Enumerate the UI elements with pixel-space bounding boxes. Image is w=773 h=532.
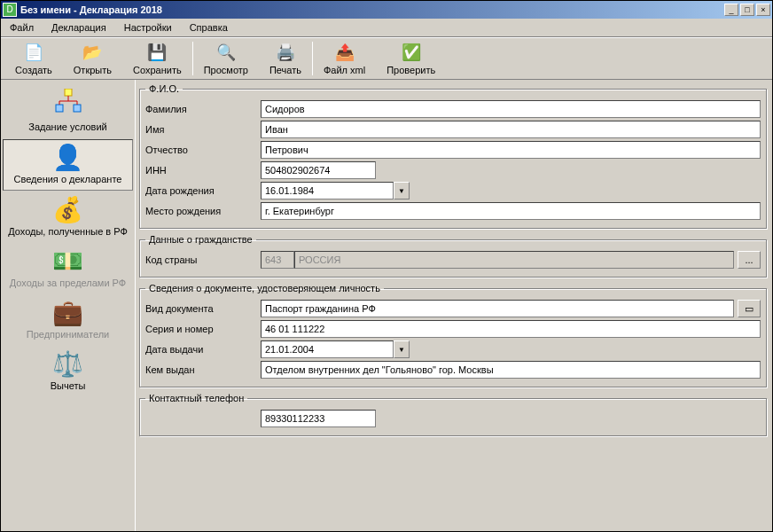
contact-group: Контактный телефон (139, 393, 767, 436)
name-input[interactable] (261, 121, 761, 138)
svg-rect-2 (74, 105, 81, 112)
fio-group: Ф.И.О. Фамилия Имя Отчество ИНН (139, 83, 767, 229)
country-code-input (261, 251, 294, 269)
issued-by-input[interactable] (261, 361, 761, 379)
phone-input[interactable] (261, 410, 376, 427)
calculator-icon: ⚖️ (4, 352, 131, 377)
iddoc-group: Сведения о документе, удостоверяющем лич… (139, 283, 767, 387)
browse-country-button[interactable]: ... (738, 251, 761, 269)
dob-combo[interactable]: ▼ (261, 182, 410, 200)
sidebar-item-declarant[interactable]: 👤 Сведения о декларанте (3, 139, 133, 191)
preview-button[interactable]: 🔍 Просмотр (193, 40, 259, 77)
minimize-button[interactable]: _ (724, 4, 738, 16)
patronymic-label: Отчество (145, 145, 261, 155)
dob-label: Дата рождения (145, 185, 261, 196)
svg-rect-1 (56, 105, 63, 112)
fio-legend: Ф.И.О. (145, 83, 183, 94)
print-button[interactable]: 🖨️ Печать (259, 40, 312, 77)
coins-icon: 💰 (4, 198, 131, 223)
issued-by-label: Кем выдан (145, 364, 261, 375)
sidebar-item-income-rf[interactable]: 💰 Доходы, полученные в РФ (3, 192, 133, 242)
close-button[interactable]: × (756, 4, 770, 16)
series-input[interactable] (261, 320, 761, 338)
window-title: Без имени - Декларация 2018 (20, 4, 722, 15)
citizenship-legend: Данные о гражданстве (145, 234, 256, 245)
dropdown-icon[interactable]: ▼ (394, 340, 410, 358)
patronymic-input[interactable] (261, 141, 761, 159)
new-file-icon: 📄 (23, 42, 44, 63)
money-bag-icon: 💵 (4, 249, 131, 274)
save-icon: 💾 (146, 42, 168, 63)
sidebar-item-income-abroad: 💵 Доходы за пределами РФ (3, 244, 133, 293)
sidebar: Задание условий 👤 Сведения о декларанте … (1, 80, 136, 531)
main-panel: Ф.И.О. Фамилия Имя Отчество ИНН (136, 80, 772, 531)
inn-input[interactable] (261, 161, 376, 179)
citizenship-group: Данные о гражданстве Код страны ... (139, 234, 767, 278)
check-icon: ✅ (401, 42, 422, 63)
doctype-label: Вид документа (145, 303, 261, 314)
series-label: Серия и номер (145, 324, 261, 334)
diagram-icon (4, 89, 131, 118)
export-icon: 📤 (334, 42, 355, 63)
magnifier-icon: 🔍 (215, 42, 237, 63)
menu-help[interactable]: Справка (184, 20, 233, 35)
printer-icon: 🖨️ (275, 42, 296, 63)
menu-settings[interactable]: Настройки (119, 20, 177, 35)
issue-date-label: Дата выдачи (145, 344, 261, 355)
browse-doctype-button[interactable]: ▭ (738, 300, 761, 317)
inn-label: ИНН (145, 165, 261, 176)
briefcase-icon: 💼 (4, 301, 131, 325)
country-code-label: Код страны (145, 254, 261, 265)
save-button[interactable]: 💾 Сохранить (122, 40, 192, 77)
iddoc-legend: Сведения о документе, удостоверяющем лич… (145, 283, 384, 293)
svg-rect-0 (65, 89, 72, 96)
menu-file[interactable]: Файл (4, 20, 39, 35)
create-button[interactable]: 📄 Создать (4, 40, 63, 77)
open-button[interactable]: 📂 Открыть (63, 40, 122, 77)
country-name-input (294, 251, 734, 269)
issue-date-combo[interactable]: ▼ (261, 340, 410, 358)
surname-input[interactable] (261, 100, 761, 118)
person-icon: 👤 (5, 145, 130, 170)
surname-label: Фамилия (145, 104, 261, 114)
check-button[interactable]: ✅ Проверить (376, 40, 446, 77)
content-area: Задание условий 👤 Сведения о декларанте … (1, 80, 772, 531)
menu-bar: Файл Декларация Настройки Справка (1, 19, 772, 37)
sidebar-item-entrepreneurs: 💼 Предприниматели (3, 295, 133, 345)
folder-open-icon: 📂 (82, 42, 103, 63)
sidebar-item-deductions[interactable]: ⚖️ Вычеты (3, 347, 133, 396)
menu-declaration[interactable]: Декларация (46, 20, 112, 35)
name-label: Имя (145, 124, 261, 135)
main-window: D Без имени - Декларация 2018 _ □ × Файл… (0, 0, 773, 532)
contact-legend: Контактный телефон (145, 393, 247, 403)
issue-date-input[interactable] (261, 340, 394, 358)
toolbar: 📄 Создать 📂 Открыть 💾 Сохранить 🔍 Просмо… (1, 37, 772, 80)
doctype-input[interactable] (261, 300, 734, 317)
maximize-button[interactable]: □ (740, 4, 754, 16)
filexml-button[interactable]: 📤 Файл xml (313, 40, 376, 77)
sidebar-item-conditions[interactable]: Задание условий (3, 83, 133, 137)
birthplace-input[interactable] (261, 202, 761, 220)
dropdown-icon[interactable]: ▼ (394, 182, 410, 200)
title-bar: D Без имени - Декларация 2018 _ □ × (1, 1, 772, 19)
dob-input[interactable] (261, 182, 394, 200)
app-icon: D (3, 3, 17, 17)
birthplace-label: Место рождения (145, 206, 261, 216)
